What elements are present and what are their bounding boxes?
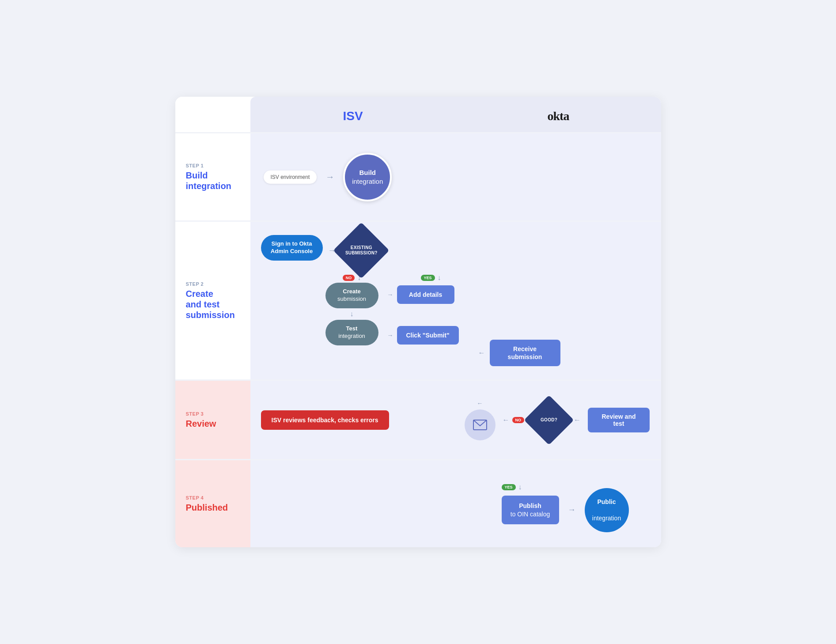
badge-yes-good: YES xyxy=(502,484,516,490)
step2-no-branch: NO ↓ Create submission ↓ Test xyxy=(326,274,459,345)
step2-isv-content: Sign in to Okta Admin Console → EXISTING… xyxy=(250,222,469,379)
badge-no-existing: NO xyxy=(343,275,355,281)
create-submission-node: Create submission xyxy=(325,283,378,308)
step2-okta-content: ← Receive submission xyxy=(469,222,661,379)
envelope-icon xyxy=(473,420,487,430)
step2-number: STEP 2 xyxy=(186,281,243,287)
header-row: ISV okta xyxy=(175,97,661,132)
feedback-node: ISV reviews feedback, checks errors xyxy=(261,410,389,430)
step2-row: STEP 2 Create and test submission Sign i… xyxy=(175,220,661,379)
arrow-to-build: → xyxy=(325,172,334,182)
step4-number: STEP 4 xyxy=(186,495,243,500)
step3-okta-content: ← ← NO GOOD? ← xyxy=(456,381,661,459)
step1-okta-content xyxy=(456,133,661,220)
step1-title: Build integration xyxy=(186,170,243,191)
sign-in-node: Sign in to Okta Admin Console xyxy=(261,235,323,261)
step3-isv-content: ISV reviews feedback, checks errors xyxy=(250,381,456,459)
existing-submission-diamond: EXISTING SUBMISSION? xyxy=(341,231,381,270)
header-spacer xyxy=(175,97,250,132)
review-and-test-node: Review and test xyxy=(588,408,650,432)
publish-node: Publish to OIN catalog xyxy=(502,496,559,524)
add-details-node: Add details xyxy=(397,285,454,304)
badge-yes-existing: YES xyxy=(421,275,435,281)
step2-label: STEP 2 Create and test submission xyxy=(175,222,250,379)
step4-label: STEP 4 Published xyxy=(175,460,250,547)
step4-okta-content: YES ↓ Publish to OIN catalog → Public in… xyxy=(456,460,661,547)
badge-no-good: NO xyxy=(512,417,525,423)
build-integration-node: Build integration xyxy=(343,153,392,201)
email-circle xyxy=(465,409,496,440)
step1-number: STEP 1 xyxy=(186,163,243,168)
test-integration-node: Test integration xyxy=(325,320,378,345)
step3-row: STEP 3 Review ISV reviews feedback, chec… xyxy=(175,379,661,459)
step1-row: STEP 1 Build integration ISV environment… xyxy=(175,132,661,220)
header-okta: okta xyxy=(456,97,661,132)
step1-isv-content: ISV environment → Build integration xyxy=(250,133,456,220)
click-submit-node: Click "Submit" xyxy=(397,326,459,345)
okta-label: okta xyxy=(548,109,569,123)
step3-number: STEP 3 xyxy=(186,411,243,417)
diagram-container: ISV okta STEP 1 Build integration ISV en… xyxy=(175,97,661,547)
step2-title: Create and test submission xyxy=(186,288,243,320)
public-integration-node: Public integration xyxy=(585,488,629,532)
step4-isv-content xyxy=(250,460,456,547)
isv-label: ISV xyxy=(343,109,363,123)
step2-sign-in-row: Sign in to Okta Admin Console → EXISTING… xyxy=(261,231,459,270)
header-isv: ISV xyxy=(250,97,456,132)
isv-environment-label: ISV environment xyxy=(264,170,317,184)
step4-title: Published xyxy=(186,502,243,513)
step3-title: Review xyxy=(186,418,243,429)
step4-row: STEP 4 Published YES ↓ Publish to OIN ca… xyxy=(175,459,661,547)
step3-label: STEP 3 Review xyxy=(175,381,250,459)
receive-submission-node: Receive submission xyxy=(490,340,560,366)
step1-label: STEP 1 Build integration xyxy=(175,133,250,220)
good-diamond: GOOD? xyxy=(531,402,567,438)
